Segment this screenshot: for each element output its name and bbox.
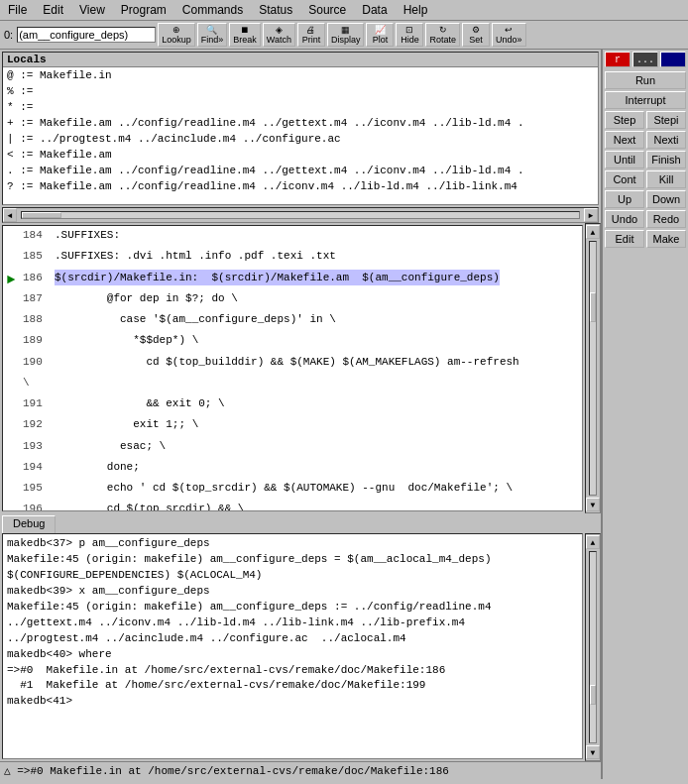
debug-section: makedb<37> p am__configure_depsMakefile:… <box>0 533 601 761</box>
line-text: cd $(top_builddir) && $(MAKE) $(AM_MAKEF… <box>55 354 519 371</box>
debug-vscroll-thumb[interactable] <box>590 685 596 705</box>
vscroll-track[interactable] <box>589 241 597 496</box>
interrupt-button[interactable]: Interrupt <box>605 91 686 109</box>
debug-line: makedb<39> x am__configure_deps <box>7 584 578 600</box>
menu-program[interactable]: Program <box>117 2 171 18</box>
hscroll-thumb[interactable] <box>22 212 61 218</box>
line-text: *$$dep*) \ <box>55 332 198 349</box>
toolbar-undo-btn[interactable]: ↩Undo» <box>492 23 526 47</box>
menu-file[interactable]: File <box>4 2 31 18</box>
debug-vscroll-track[interactable] <box>589 551 597 743</box>
until-button[interactable]: Until <box>605 151 644 168</box>
finish-button[interactable]: Finish <box>646 151 686 168</box>
source-line: 187 @for dep in $?; do \ <box>7 290 578 311</box>
line-text: $(srcdir)/Makefile.in: $(srcdir)/Makefil… <box>55 270 500 286</box>
undo-button[interactable]: Undo <box>605 210 644 228</box>
locals-line: < := Makefile.am <box>7 148 594 164</box>
toolbar-rotate-btn[interactable]: ↻Rotate <box>425 23 460 47</box>
kill-button[interactable]: Kill <box>646 170 686 188</box>
tab-debug[interactable]: Debug <box>2 515 56 533</box>
menu-source[interactable]: Source <box>304 2 350 18</box>
redo-button[interactable]: Redo <box>646 210 686 228</box>
source-vscroll[interactable]: ▲ ▼ <box>585 223 601 513</box>
cont-row: Cont Kill <box>605 170 686 188</box>
current-line-arrow <box>7 416 23 437</box>
break-icon: ⏹ <box>240 25 249 35</box>
source-line: 193 esac; \ <box>7 438 578 459</box>
right-dark-btn[interactable]: ... <box>632 52 658 67</box>
debug-vscroll[interactable]: ▲ ▼ <box>585 533 601 761</box>
line-text: && exit 0; \ <box>55 395 225 412</box>
nexti-button[interactable]: Nexti <box>646 131 686 149</box>
source-panel[interactable]: 184.SUFFIXES: 185.SUFFIXES: .dvi .html .… <box>2 225 583 511</box>
rotate-icon: ↻ <box>439 25 447 35</box>
locals-line: . := Makefile.am ../config/readline.m4 .… <box>7 164 594 179</box>
right-red-btn[interactable]: r <box>605 52 631 67</box>
menu-edit[interactable]: Edit <box>39 2 67 18</box>
down-button[interactable]: Down <box>646 190 686 208</box>
line-number: 194 <box>23 459 55 476</box>
vscroll-thumb[interactable] <box>590 292 596 322</box>
step-button[interactable]: Step <box>605 111 644 129</box>
debug-vscroll-down-btn[interactable]: ▼ <box>586 745 600 759</box>
menu-view[interactable]: View <box>75 2 109 18</box>
hscroll-right-btn[interactable]: ► <box>584 208 598 222</box>
line-number: 192 <box>23 416 55 433</box>
until-row: Until Finish <box>605 151 686 168</box>
menu-help[interactable]: Help <box>400 2 432 18</box>
menu-data[interactable]: Data <box>358 2 391 18</box>
run-button[interactable]: Run <box>605 71 686 89</box>
hscroll-track[interactable] <box>21 211 580 219</box>
undoredo-row: Undo Redo <box>605 210 686 228</box>
current-line-arrow <box>7 290 23 311</box>
undo-icon: ↩ <box>505 25 513 35</box>
make-button[interactable]: Make <box>646 230 686 248</box>
next-button[interactable]: Next <box>605 131 644 149</box>
locals-content[interactable]: @ := Makefile.in% :=* :=+ := Makefile.am… <box>3 67 598 203</box>
menu-status[interactable]: Status <box>255 2 296 18</box>
toolbar-combo-input[interactable] <box>17 27 156 43</box>
locals-hscroll[interactable]: ◄ ► <box>2 207 599 223</box>
menu-commands[interactable]: Commands <box>178 2 247 18</box>
right-blue-btn[interactable] <box>660 52 686 67</box>
vscroll-down-btn[interactable]: ▼ <box>586 498 600 511</box>
line-text: exit 1;; \ <box>55 416 198 433</box>
toolbar-plot-btn[interactable]: 📈Plot <box>366 23 394 47</box>
toolbar-lookup-btn[interactable]: ⊕Lookup <box>158 23 195 47</box>
toolbar-set-btn[interactable]: ⚙Set <box>462 23 490 47</box>
line-text: @for dep in $?; do \ <box>55 290 238 307</box>
source-line: 191 && exit 0; \ <box>7 395 578 416</box>
line-text: cd $(top_srcdir) && \ <box>55 501 244 510</box>
toolbar-break-btn[interactable]: ⏹Break <box>229 23 261 47</box>
hscroll-left-btn[interactable]: ◄ <box>3 208 17 222</box>
current-line-arrow <box>7 501 23 510</box>
locals-header: Locals <box>3 53 598 67</box>
debug-line: $(CONFIGURE_DEPENDENCIES) $(ACLOCAL_M4) <box>7 568 578 584</box>
debug-line: makedb<41> <box>7 694 578 710</box>
line-number: 191 <box>23 395 55 412</box>
toolbar-hide-btn[interactable]: ⊡Hide <box>396 23 423 47</box>
toolbar-display-btn[interactable]: ▦Display <box>327 23 365 47</box>
source-content[interactable]: 184.SUFFIXES: 185.SUFFIXES: .dvi .html .… <box>3 226 582 510</box>
stepi-button[interactable]: Stepi <box>646 111 686 129</box>
edit-button[interactable]: Edit <box>605 230 644 248</box>
menubar: File Edit View Program Commands Status S… <box>0 0 688 21</box>
locals-line: + := Makefile.am ../config/readline.m4 .… <box>7 116 594 132</box>
debug-vscroll-up-btn[interactable]: ▲ <box>586 535 600 549</box>
current-line-arrow <box>7 480 23 501</box>
locals-line: * := <box>7 100 594 116</box>
current-line-arrow <box>7 311 23 332</box>
current-line-arrow: ► <box>7 270 23 290</box>
up-button[interactable]: Up <box>605 190 644 208</box>
debug-panel[interactable]: makedb<37> p am__configure_depsMakefile:… <box>2 533 583 759</box>
toolbar-print-btn[interactable]: 🖨Print <box>297 23 325 47</box>
cont-button[interactable]: Cont <box>605 170 644 188</box>
toolbar-find-btn[interactable]: 🔍Find» <box>197 23 228 47</box>
debug-content[interactable]: makedb<37> p am__configure_depsMakefile:… <box>3 534 582 758</box>
line-number: 184 <box>23 227 55 244</box>
locals-line: ? := Makefile.am ../config/readline.m4 .… <box>7 179 594 195</box>
debug-line: Makefile:45 (origin: makefile) am__confi… <box>7 552 578 568</box>
locals-line: | := ../progtest.m4 ../acinclude.m4 ../c… <box>7 132 594 148</box>
vscroll-up-btn[interactable]: ▲ <box>586 225 600 239</box>
toolbar-watch-btn[interactable]: ◈Watch <box>263 23 295 47</box>
